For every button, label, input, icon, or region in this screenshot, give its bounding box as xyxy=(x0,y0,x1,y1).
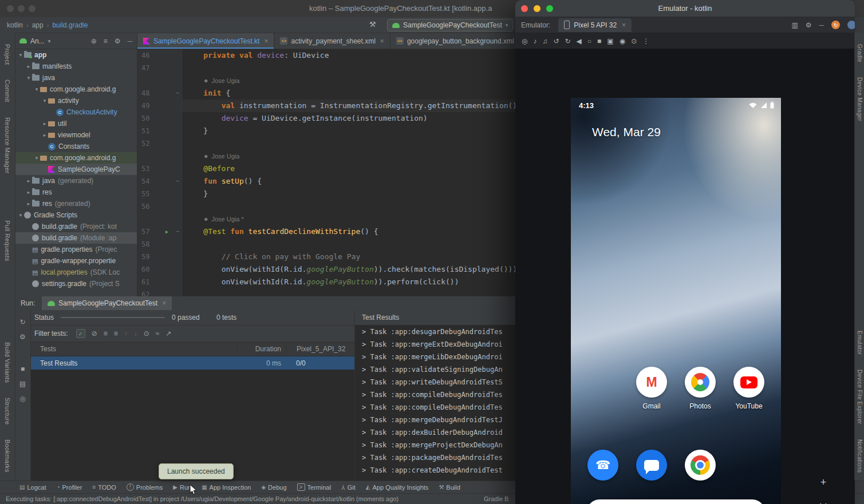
power-icon[interactable]: ◎ xyxy=(522,37,527,45)
dock-phone-shortcut[interactable]: ☎ xyxy=(587,450,618,481)
target-icon[interactable]: ⊕ xyxy=(91,37,97,45)
chevron-icon[interactable]: ▾ xyxy=(33,86,40,92)
close-icon[interactable]: × xyxy=(162,299,166,307)
volume-up-icon[interactable]: ♪ xyxy=(533,37,536,45)
tool-button-debug[interactable]: ◈Debug xyxy=(261,484,286,491)
minimize-icon[interactable]: ─ xyxy=(819,21,824,29)
test-result-row[interactable]: Test Results0 ms0/0 xyxy=(31,356,354,370)
tool-button-pull-requests[interactable]: Pull Requests xyxy=(4,220,11,261)
tree-item[interactable]: CConstants xyxy=(15,141,137,152)
tree-item[interactable]: ▸viewmodel xyxy=(15,129,137,141)
minimize-window-icon[interactable] xyxy=(18,5,25,12)
rotate-left-icon[interactable]: ↺ xyxy=(553,37,559,45)
minimize-icon[interactable]: ─ xyxy=(127,37,132,45)
editor-tab[interactable]: <>activity_payment_sheet.xml× xyxy=(274,33,390,49)
ignore-icon[interactable]: ⊘ xyxy=(92,330,97,338)
volume-down-icon[interactable]: ♫ xyxy=(542,37,547,45)
tree-item[interactable]: ▾activity xyxy=(15,95,137,106)
back-icon[interactable]: ◀ xyxy=(577,37,582,45)
dock-messages-shortcut[interactable] xyxy=(636,450,667,481)
panel-icon[interactable]: ▥ xyxy=(791,21,798,29)
fold-icon[interactable]: − xyxy=(173,225,182,238)
dock-chrome-shortcut[interactable] xyxy=(685,450,716,481)
chevron-icon[interactable]: ▾ xyxy=(33,155,40,161)
column-header[interactable]: Tests xyxy=(31,345,236,353)
overview-icon[interactable]: ■ xyxy=(597,37,601,45)
tree-item[interactable]: ▾app xyxy=(15,49,137,61)
chevron-icon[interactable]: ▾ xyxy=(41,98,48,104)
tool-button-device-file-explorer[interactable]: Device File Explorer xyxy=(857,370,863,424)
breadcrumb-item[interactable]: app xyxy=(32,21,44,29)
tree-item[interactable]: SampleGooglePayC xyxy=(15,164,137,175)
camera-icon[interactable]: ◉ xyxy=(620,37,625,45)
tree-item[interactable]: ▾com.google.android.g xyxy=(15,84,137,95)
tree-item[interactable]: ▸java(generated) xyxy=(15,175,137,186)
tree-item[interactable]: settings.gradle(Project S xyxy=(15,278,137,289)
device-tab[interactable]: Pixel 5 API 32 × xyxy=(558,18,632,32)
tool-button-todo[interactable]: ≡TODO xyxy=(92,484,116,491)
close-icon[interactable]: × xyxy=(264,37,268,45)
tool-button-structure[interactable]: Structure xyxy=(4,398,11,424)
editor-tab[interactable]: SampleGooglePayCheckoutTest.kt× xyxy=(137,33,274,49)
more-icon[interactable]: ⋮ xyxy=(642,37,649,45)
app-shortcut-gmail[interactable]: M xyxy=(636,367,667,398)
chevron-icon[interactable]: ▸ xyxy=(41,121,48,126)
wrench-icon[interactable]: ⚙ xyxy=(15,330,31,344)
tool-button-device-manager[interactable]: Device Manager xyxy=(857,77,863,121)
tree-item[interactable]: ▤gradle-wrapper.propertie xyxy=(15,255,137,267)
tool-button-run[interactable]: ▶Run xyxy=(173,484,191,491)
tree-item[interactable]: ▤local.properties(SDK Loc xyxy=(15,267,137,278)
zoom-in-button[interactable]: + xyxy=(820,477,827,489)
tree-item[interactable]: build.gradle(Project: kot xyxy=(15,221,137,232)
tree-item[interactable]: ▸res xyxy=(15,186,137,198)
tree-item[interactable]: ▤gradle.properties(Projec xyxy=(15,244,137,255)
fold-icon[interactable]: − xyxy=(173,87,182,100)
chevron-icon[interactable]: ▾ xyxy=(25,75,32,81)
sort-icon[interactable]: ≡ xyxy=(104,37,108,45)
tool-button-resource-manager[interactable]: Resource Manager xyxy=(4,117,11,173)
editor-tab[interactable]: <>googlepay_button_background.xml× xyxy=(390,33,529,49)
notification-icon[interactable]: ↻ xyxy=(831,21,840,29)
google-search-bar[interactable]: G xyxy=(587,499,765,504)
chevron-icon[interactable]: ▸ xyxy=(25,178,32,184)
tool-button-logcat[interactable]: ▤Logcat xyxy=(19,484,46,491)
tool-button-terminal[interactable]: >Terminal xyxy=(297,483,332,491)
breadcrumb-item[interactable]: kotlin xyxy=(7,21,23,29)
run-test-icon[interactable]: ▶ xyxy=(160,225,173,238)
project-view-selector[interactable]: An... xyxy=(30,37,45,45)
tool-button-app-inspection[interactable]: ▦App Inspection xyxy=(202,484,251,491)
tool-button-commit[interactable]: Commit xyxy=(4,80,11,102)
screenshot-icon[interactable]: ▣ xyxy=(607,37,613,45)
tree-item[interactable]: ▾java xyxy=(15,72,137,84)
check-icon[interactable]: ✓ xyxy=(76,329,85,338)
down-icon[interactable]: ↓ xyxy=(134,330,137,338)
chevron-icon[interactable]: ▸ xyxy=(25,189,32,195)
tool-button-git[interactable]: YGit xyxy=(341,484,356,491)
export-icon[interactable]: ↗ xyxy=(165,330,171,338)
tool-button-problems[interactable]: !Problems xyxy=(127,483,163,491)
list-icon[interactable]: ▤ xyxy=(15,376,31,391)
up-icon[interactable]: ↑ xyxy=(124,330,128,338)
chart-icon[interactable]: ≈ xyxy=(156,330,160,338)
tree-item[interactable]: build.gradle(Module :ap xyxy=(15,232,137,244)
tool-button-notifications[interactable]: Notifications xyxy=(857,439,863,473)
pin-icon[interactable]: ◎ xyxy=(15,391,31,406)
tool-button-gradle[interactable]: Gradle xyxy=(857,44,863,62)
tree-item[interactable]: ▸util xyxy=(15,118,137,129)
chevron-icon[interactable]: ▸ xyxy=(41,132,48,138)
fold-icon[interactable]: − xyxy=(173,175,182,188)
run-configuration-select[interactable]: SampleGooglePayCheckoutTest ▾ xyxy=(387,19,513,31)
stop-icon[interactable]: ■ xyxy=(15,362,31,376)
breadcrumb-item[interactable]: build.gradle xyxy=(52,21,88,29)
tool-button-profiler[interactable]: ◔Profiler xyxy=(56,484,82,491)
avatar-icon[interactable] xyxy=(847,21,855,29)
chevron-icon[interactable]: ▸ xyxy=(25,201,32,207)
column-header[interactable]: Pixel_5_API_32 xyxy=(286,345,354,353)
rerun-icon[interactable]: ↻ xyxy=(15,315,31,330)
gear-icon[interactable]: ⚙ xyxy=(115,37,121,45)
tree-item[interactable]: ▸manifests xyxy=(15,61,137,72)
chevron-icon[interactable]: ▾ xyxy=(17,212,24,218)
tree-item[interactable]: ▾Gradle Scripts xyxy=(15,209,137,221)
tool-button-bookmarks[interactable]: Bookmarks xyxy=(4,439,11,473)
zoom-window-icon[interactable] xyxy=(29,5,35,12)
